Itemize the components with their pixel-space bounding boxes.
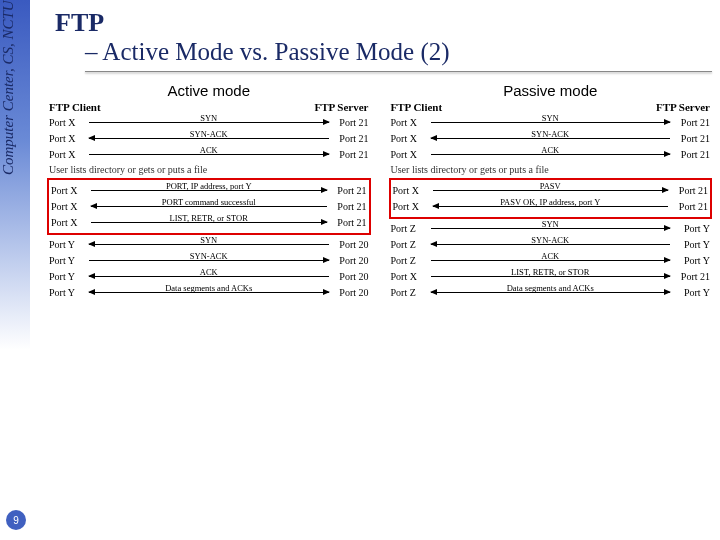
arrow: ACK: [89, 270, 329, 284]
active-mode-header: Active mode: [47, 82, 371, 99]
seq-row: Port XLIST, RETR, or STORPort 21: [51, 215, 367, 230]
arrow-label: ACK: [539, 252, 561, 261]
port-left: Port X: [391, 134, 431, 144]
port-left: Port Y: [49, 288, 89, 298]
seq-row: Port YData segments and ACKsPort 20: [49, 285, 369, 300]
arrow: PASV: [433, 184, 669, 198]
port-left: Port X: [51, 186, 91, 196]
seq-row: Port XPORT command successfulPort 21: [51, 199, 367, 214]
arrow-label: SYN: [540, 220, 561, 229]
port-right: Port Y: [670, 256, 710, 266]
arrow-label: SYN-ACK: [529, 130, 571, 139]
port-right: Port 21: [329, 150, 369, 160]
active-handshake-group: Port XSYNPort 21Port XSYN-ACKPort 21Port…: [47, 115, 371, 162]
seq-row: Port ZData segments and ACKsPort Y: [391, 285, 711, 300]
port-right: Port 21: [329, 118, 369, 128]
active-client-label: FTP Client: [49, 102, 109, 113]
passive-client-label: FTP Client: [391, 102, 451, 113]
arrow-label: SYN: [540, 114, 561, 123]
seq-row: Port XSYNPort 21: [391, 115, 711, 130]
port-right: Port 21: [327, 202, 367, 212]
arrow-label: ACK: [198, 268, 220, 277]
arrow-label: LIST, RETR, or STOR: [509, 268, 591, 277]
passive-mode-col: Passive mode FTP Client FTP Server Port …: [389, 82, 713, 301]
port-right: Port 21: [670, 150, 710, 160]
port-left: Port Z: [391, 288, 431, 298]
port-left: Port Y: [49, 240, 89, 250]
arrow: Data segments and ACKs: [89, 286, 329, 300]
port-right: Port 21: [668, 202, 708, 212]
port-right: Port 21: [670, 272, 710, 282]
port-left: Port X: [49, 150, 89, 160]
active-server-label: FTP Server: [109, 102, 369, 113]
arrow: LIST, RETR, or STOR: [431, 270, 671, 284]
title-line-2: – Active Mode vs. Passive Mode (2): [85, 38, 712, 66]
port-left: Port Z: [391, 224, 431, 234]
arrow: SYN-ACK: [89, 132, 329, 146]
arrow: ACK: [89, 148, 329, 162]
arrow-label: Data segments and ACKs: [505, 284, 596, 293]
diagrams-container: Active mode FTP Client FTP Server Port X…: [47, 82, 712, 301]
port-left: Port Y: [49, 256, 89, 266]
port-right: Port 21: [327, 186, 367, 196]
arrow: PORT command successful: [91, 200, 327, 214]
arrow-label: ACK: [198, 146, 220, 155]
seq-row: Port XACKPort 21: [391, 147, 711, 162]
seq-row: Port YSYNPort 20: [49, 237, 369, 252]
seq-row: Port XSYN-ACKPort 21: [391, 131, 711, 146]
seq-row: Port XLIST, RETR, or STORPort 21: [391, 269, 711, 284]
seq-row: Port ZACKPort Y: [391, 253, 711, 268]
port-left: Port X: [49, 134, 89, 144]
passive-handshake-group: Port XSYNPort 21Port XSYN-ACKPort 21Port…: [389, 115, 713, 162]
passive-data-group: Port ZSYNPort YPort ZSYN-ACKPort YPort Z…: [389, 221, 713, 300]
port-right: Port 21: [329, 134, 369, 144]
port-left: Port X: [391, 118, 431, 128]
active-cmd-group: Port XPORT, IP address, port YPort 21Por…: [47, 178, 371, 235]
port-right: Port 20: [329, 240, 369, 250]
passive-note: User lists directory or gets or puts a f…: [391, 165, 711, 175]
port-right: Port 21: [670, 118, 710, 128]
port-right: Port 21: [668, 186, 708, 196]
arrow: SYN: [89, 116, 329, 130]
page-number-badge: 9: [6, 510, 26, 530]
arrow: LIST, RETR, or STOR: [91, 216, 327, 230]
seq-row: Port ZSYN-ACKPort Y: [391, 237, 711, 252]
passive-mode-header: Passive mode: [389, 82, 713, 99]
seq-row: Port XPASV OK, IP address, port YPort 21: [393, 199, 709, 214]
port-right: Port 20: [329, 272, 369, 282]
port-left: Port X: [51, 202, 91, 212]
arrow-label: SYN-ACK: [529, 236, 571, 245]
port-left: Port Z: [391, 256, 431, 266]
port-right: Port Y: [670, 288, 710, 298]
port-right: Port 20: [329, 288, 369, 298]
passive-server-label: FTP Server: [451, 102, 711, 113]
arrow-label: SYN: [198, 236, 219, 245]
seq-row: Port XACKPort 21: [49, 147, 369, 162]
port-right: Port 21: [327, 218, 367, 228]
arrow-label: SYN: [198, 114, 219, 123]
arrow: SYN: [431, 116, 671, 130]
port-right: Port Y: [670, 224, 710, 234]
arrow-label: SYN-ACK: [188, 252, 230, 261]
arrow-label: PASV: [538, 182, 563, 191]
arrow-label: PORT, IP address, port Y: [164, 182, 254, 191]
arrow: SYN-ACK: [431, 132, 671, 146]
active-note: User lists directory or gets or puts a f…: [49, 165, 369, 175]
port-left: Port X: [391, 272, 431, 282]
slide-content: FTP – Active Mode vs. Passive Mode (2) A…: [55, 8, 712, 301]
arrow: Data segments and ACKs: [431, 286, 671, 300]
port-left: Port X: [393, 186, 433, 196]
arrow: SYN-ACK: [89, 254, 329, 268]
seq-row: Port YSYN-ACKPort 20: [49, 253, 369, 268]
title-underline: [85, 69, 712, 72]
arrow: SYN: [89, 238, 329, 252]
arrow: ACK: [431, 148, 671, 162]
port-left: Port X: [391, 150, 431, 160]
active-data-group: Port YSYNPort 20Port YSYN-ACKPort 20Port…: [47, 237, 371, 300]
active-sequence: FTP Client FTP Server Port XSYNPort 21Po…: [47, 102, 371, 300]
active-mode-col: Active mode FTP Client FTP Server Port X…: [47, 82, 371, 301]
passive-cmd-group: Port XPASVPort 21Port XPASV OK, IP addre…: [389, 178, 713, 219]
seq-row: Port XSYN-ACKPort 21: [49, 131, 369, 146]
arrow-label: SYN-ACK: [188, 130, 230, 139]
arrow: PASV OK, IP address, port Y: [433, 200, 669, 214]
